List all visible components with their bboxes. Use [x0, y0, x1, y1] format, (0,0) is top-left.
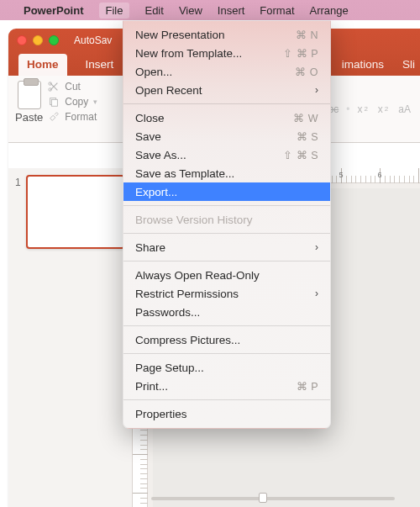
menu-separator [123, 353, 330, 354]
menu-item-save-as[interactable]: Save As...⇧ ⌘ S [123, 145, 330, 164]
slide-thumbnail-1[interactable]: 1 [15, 175, 125, 249]
menu-item-passwords[interactable]: Passwords... [123, 303, 330, 321]
format-painter-label: Format [65, 111, 97, 123]
menu-item-label: Export... [135, 186, 318, 198]
menu-separator [123, 325, 330, 326]
font-format-group: abc • x2 x2 aA [320, 81, 413, 137]
menubar-item-file[interactable]: File [99, 3, 130, 18]
menu-item-new-presentation[interactable]: New Presentation⌘ N [123, 25, 330, 44]
subscript-button[interactable]: x2 [375, 102, 391, 117]
zoom-track [151, 497, 395, 500]
copy-icon [48, 96, 60, 108]
menu-item-save[interactable]: Save⌘ S [123, 127, 330, 145]
menu-separator [123, 103, 330, 104]
cut-label: Cut [65, 81, 81, 92]
paintbrush-icon [48, 111, 60, 123]
menu-item-shortcut: ⌘ P [297, 380, 318, 393]
ruler-label: 6 [377, 171, 381, 179]
menu-item-new-from-template[interactable]: New from Template...⇧ ⌘ P [123, 44, 330, 62]
menu-item-label: Always Open Read-Only [135, 269, 318, 282]
ruler-label: 5 [339, 171, 343, 179]
maximize-window-button[interactable] [49, 35, 59, 45]
menubar-app-name[interactable]: PowerPoint [24, 4, 84, 17]
menu-item-label: New Presentation [135, 29, 296, 41]
traffic-lights [17, 35, 59, 45]
menu-item-label: Print... [135, 380, 297, 393]
zoom-slider[interactable] [151, 492, 395, 504]
menu-item-open-recent[interactable]: Open Recent› [123, 81, 330, 99]
menu-item-label: Save as Template... [135, 167, 318, 180]
menu-item-label: Open... [135, 66, 295, 78]
copy-label: Copy [65, 96, 88, 108]
menu-separator [123, 233, 330, 234]
menu-item-shortcut: ⌘ S [297, 130, 318, 143]
chevron-right-icon: › [315, 288, 318, 299]
menu-separator [123, 261, 330, 261]
clipboard-icon [18, 81, 41, 109]
menu-item-compress-pictures[interactable]: Compress Pictures... [123, 330, 330, 349]
menu-item-open[interactable]: Open...⌘ O [123, 62, 330, 81]
menu-item-label: Page Setup... [135, 362, 318, 374]
menu-item-label: Passwords... [135, 306, 318, 319]
menu-item-label: Close [135, 112, 293, 124]
close-window-button[interactable] [17, 35, 27, 45]
menubar-item-format[interactable]: Format [260, 4, 294, 17]
menu-item-save-as-template[interactable]: Save as Template... [123, 164, 330, 182]
format-painter-button[interactable]: Format [48, 111, 97, 123]
menu-item-label: Properties [135, 408, 318, 420]
menu-item-close[interactable]: Close⌘ W [123, 108, 330, 127]
copy-button[interactable]: Copy ▾ [48, 96, 97, 108]
menu-item-label: Save As... [135, 149, 283, 161]
autosave-label: AutoSav [74, 34, 112, 46]
menu-item-shortcut: ⌘ N [296, 29, 318, 41]
menu-item-export[interactable]: Export... [123, 182, 330, 201]
menu-separator [123, 399, 330, 400]
menu-item-properties[interactable]: Properties [123, 404, 330, 423]
tab-partial[interactable]: Sli [401, 54, 417, 76]
menubar-item-edit[interactable]: Edit [144, 4, 163, 17]
menu-item-page-setup[interactable]: Page Setup... [123, 358, 330, 377]
menu-item-label: Restrict Permissions [135, 288, 315, 300]
chevron-right-icon: › [315, 84, 318, 96]
menu-item-print[interactable]: Print...⌘ P [123, 377, 330, 395]
change-case-button[interactable]: aA [396, 102, 413, 117]
chevron-right-icon: › [315, 241, 318, 253]
slide-thumbnails-panel[interactable]: 1 [8, 168, 133, 507]
menubar-item-insert[interactable]: Insert [218, 4, 245, 17]
menu-item-shortcut: ⇧ ⌘ P [283, 47, 318, 60]
menu-item-shortcut: ⇧ ⌘ S [283, 149, 318, 161]
menu-item-restrict-permissions[interactable]: Restrict Permissions› [123, 284, 330, 303]
svg-rect-3 [52, 99, 58, 106]
menu-item-share[interactable]: Share› [123, 238, 330, 256]
zoom-knob[interactable] [259, 493, 267, 503]
menu-item-label: Open Recent [135, 84, 315, 97]
menu-item-label: Save [135, 130, 297, 143]
superscript-button[interactable]: x2 [354, 102, 370, 117]
menu-item-shortcut: ⌘ W [293, 112, 318, 124]
menubar-item-arrange[interactable]: Arrange [310, 4, 349, 17]
menu-item-label: Browse Version History [135, 214, 318, 226]
minimize-window-button[interactable] [33, 35, 43, 45]
slide-preview[interactable] [26, 175, 125, 249]
tab-insert[interactable]: Insert [84, 54, 116, 76]
paste-button[interactable]: Paste [15, 81, 43, 137]
macos-menubar: PowerPoint FileEditViewInsertFormatArran… [0, 0, 420, 20]
menu-item-label: Share [135, 241, 315, 254]
menu-item-label: New from Template... [135, 47, 283, 60]
menu-separator [123, 205, 330, 206]
file-menu-dropdown: New Presentation⌘ NNew from Template...⇧… [123, 20, 331, 429]
menu-item-always-open-read-only[interactable]: Always Open Read-Only [123, 266, 330, 284]
tab-home[interactable]: Home [18, 54, 67, 76]
menu-item-shortcut: ⌘ O [295, 66, 318, 78]
tab-partial[interactable]: imations [340, 54, 386, 76]
paste-label: Paste [15, 111, 43, 124]
menu-item-label: Compress Pictures... [135, 334, 318, 346]
menubar-item-view[interactable]: View [179, 4, 202, 17]
menu-item-browse-version-history: Browse Version History [123, 210, 330, 229]
slide-number: 1 [15, 175, 21, 188]
scissors-icon [48, 81, 60, 92]
cut-button[interactable]: Cut [48, 81, 97, 92]
